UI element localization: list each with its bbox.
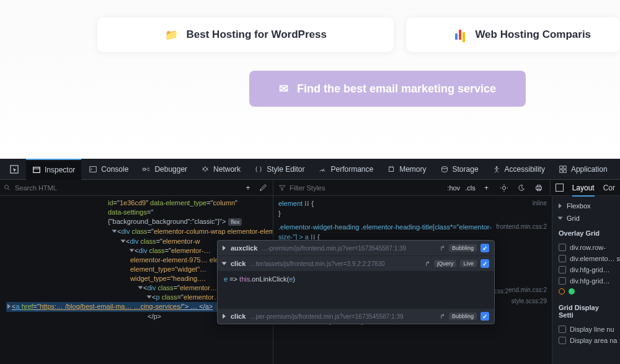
svg-rect-3 <box>90 166 97 172</box>
grid-overlay-item[interactable]: div.row.row- <box>559 242 614 253</box>
svg-rect-1 <box>33 167 40 172</box>
add-rule-button[interactable]: + <box>480 182 493 194</box>
listener-toggle[interactable] <box>480 312 489 321</box>
tab-network[interactable]: Network <box>195 159 247 180</box>
tab-accessibility[interactable]: Accessibility <box>486 159 551 180</box>
dark-mode-button[interactable] <box>515 182 528 194</box>
debugger-icon <box>142 165 151 174</box>
layout-panel[interactable]: Flexbox Grid Overlay Grid div.row.row- d… <box>552 196 620 364</box>
svg-rect-6 <box>389 167 394 171</box>
tab-debugger[interactable]: Debugger <box>136 159 193 180</box>
svg-line-16 <box>8 188 10 190</box>
event-listener-popup: auxclick …-premium/js/frontend.min.js?ve… <box>217 240 495 324</box>
tab-memory[interactable]: Memory <box>381 159 432 180</box>
display-area-name-toggle[interactable]: Display area na <box>559 335 614 346</box>
tab-application[interactable]: Application <box>552 159 614 180</box>
tab-console[interactable]: Console <box>82 159 135 180</box>
compat-tab[interactable]: Cor <box>603 184 615 192</box>
grid-display-header: Grid Display Setti <box>552 299 620 321</box>
print-sim-button[interactable] <box>533 182 545 194</box>
chart-icon <box>454 30 466 40</box>
card-label: Web Hosting Comparis <box>475 29 591 41</box>
svg-rect-14 <box>564 169 566 172</box>
event-row-click[interactable]: click …tor/assets/js/frontend.min.js?ver… <box>218 256 494 272</box>
svg-rect-11 <box>560 166 562 168</box>
cta-label: Find the best email marketing service <box>297 82 496 95</box>
bubbling-badge: Bubbling <box>449 313 477 320</box>
event-handler-body: e => this.onLinkClick(e) <box>218 272 494 309</box>
live-badge: Live <box>460 260 477 267</box>
dom-node[interactable]: <div class="elementor-column-wrap elemen… <box>6 227 273 237</box>
network-icon <box>201 165 210 174</box>
picker-icon <box>10 165 19 174</box>
card-best-hosting[interactable]: 📁 Best Hosting for WordPress <box>97 17 394 52</box>
grid-overlay-item[interactable]: div.hfg-grid… <box>559 264 614 275</box>
computed-icon[interactable] <box>556 184 564 192</box>
cls-toggle[interactable]: .cls <box>465 184 476 192</box>
svg-rect-13 <box>560 169 562 172</box>
svg-rect-4 <box>143 168 146 171</box>
jquery-badge: jQuery <box>434 260 457 267</box>
listener-toggle[interactable] <box>480 244 489 252</box>
performance-icon <box>318 165 327 174</box>
search-icon <box>4 184 11 192</box>
devtools: Inspector Console Debugger Network Style… <box>0 159 620 364</box>
folder-icon: 📁 <box>165 29 178 42</box>
tab-performance[interactable]: Performance <box>312 159 379 180</box>
light-mode-button[interactable] <box>498 182 510 194</box>
envelope-icon: ✉ <box>279 82 288 95</box>
svg-rect-12 <box>564 166 566 168</box>
svg-point-9 <box>441 166 447 169</box>
flexbox-section[interactable]: Flexbox <box>552 200 620 212</box>
bubbling-badge: Bubbling <box>449 244 477 252</box>
card-hosting-comparison[interactable]: Web Hosting Comparis <box>406 17 620 52</box>
svg-point-17 <box>502 186 505 189</box>
accessibility-icon <box>492 165 501 174</box>
element-picker[interactable] <box>4 159 25 180</box>
svg-rect-23 <box>537 185 540 187</box>
dom-node[interactable]: data-settings=" <box>6 208 273 217</box>
goto-source-icon[interactable]: ↱ <box>425 260 430 268</box>
add-node-button[interactable]: + <box>242 182 254 194</box>
flex-badge[interactable]: flex <box>228 218 242 226</box>
eyedropper-button[interactable] <box>257 182 269 194</box>
filter-icon <box>278 184 286 192</box>
grid-overlay-item[interactable]: div.hfg-grid… <box>559 275 614 286</box>
listener-toggle[interactable] <box>480 259 489 268</box>
event-row-auxclick[interactable]: auxclick …-premium/js/frontend.min.js?ve… <box>218 241 494 256</box>
svg-point-10 <box>495 166 497 168</box>
svg-point-15 <box>5 185 9 189</box>
memory-icon <box>387 165 396 174</box>
hov-toggle[interactable]: :hov <box>447 184 460 192</box>
style-icon <box>254 165 263 174</box>
filter-styles-input[interactable] <box>290 184 376 192</box>
color-circle-icon[interactable] <box>569 288 575 295</box>
card-label: Best Hosting for WordPress <box>187 29 327 41</box>
goto-source-icon[interactable]: ↱ <box>440 244 445 252</box>
layout-tab[interactable]: Layout <box>572 184 595 192</box>
storage-icon <box>440 165 449 174</box>
tab-style-editor[interactable]: Style Editor <box>248 159 311 180</box>
cta-email-marketing[interactable]: ✉ Find the best email marketing service <box>249 71 526 107</box>
inspector-icon <box>32 166 41 174</box>
dom-node[interactable]: {"background_background":"classic"}">fle… <box>6 217 273 227</box>
overlay-grid-header: Overlay Grid <box>552 224 620 239</box>
devtools-tabs: Inspector Console Debugger Network Style… <box>0 159 620 180</box>
tab-inspector[interactable]: Inspector <box>26 159 81 180</box>
color-circle-icon[interactable] <box>559 288 565 295</box>
grid-overlay-item[interactable]: div.elemento… skin-classic.el… <box>559 253 614 264</box>
event-row-click-2[interactable]: click …per-premium/js/frontend.min.js?ve… <box>218 309 494 324</box>
search-html-input[interactable] <box>15 184 213 192</box>
goto-source-icon[interactable]: ↱ <box>440 313 445 321</box>
console-icon <box>89 165 97 174</box>
dom-node[interactable]: id="1e36cd9" data-element_type="column" <box>6 198 273 208</box>
grid-section[interactable]: Grid <box>552 212 620 224</box>
application-icon <box>559 165 567 174</box>
display-line-num-toggle[interactable]: Display line nu <box>559 324 614 335</box>
tab-storage[interactable]: Storage <box>434 159 485 180</box>
